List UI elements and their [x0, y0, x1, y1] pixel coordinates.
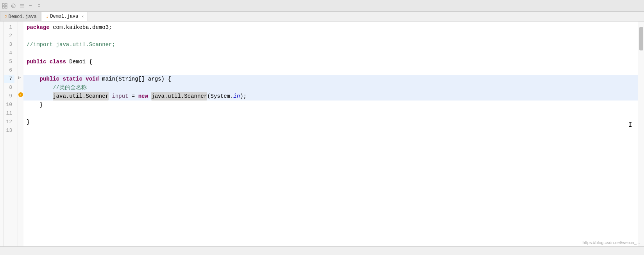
- scroll-indicator: [639, 27, 643, 50]
- tab-label-active: Demo1.java: [50, 14, 78, 19]
- gutter-slot-2: [18, 30, 23, 39]
- code-line-13: [23, 126, 638, 135]
- token: public: [27, 57, 50, 66]
- right-gutter: [638, 22, 644, 246]
- maximize-button[interactable]: □: [36, 3, 42, 9]
- svg-rect-0: [2, 4, 4, 5]
- icon-3: [19, 3, 25, 9]
- code-line-7: public static void main(String[] args) {: [23, 75, 638, 83]
- code-line-12: }: [23, 118, 638, 126]
- svg-rect-1: [5, 4, 7, 5]
- token: }: [27, 118, 30, 126]
- text-cursor: I: [628, 121, 632, 128]
- line-number-11: 11: [4, 109, 14, 118]
- token: in: [233, 92, 240, 101]
- line-number-3: 3: [4, 40, 14, 49]
- gutter-slot-9: !: [18, 90, 23, 99]
- gutter-slot-5: [18, 56, 23, 65]
- gutter-slot-1: [18, 22, 23, 30]
- token: java.util.Scanner: [151, 92, 207, 101]
- icon-1: [2, 3, 8, 9]
- code-line-6: [23, 66, 638, 75]
- gutter-slot-8: [18, 82, 23, 90]
- tab-demo1-active[interactable]: J Demo1.java ✕: [42, 12, 88, 21]
- gutter-slot-3: [18, 39, 23, 47]
- tab-java-icon-active: J: [46, 14, 49, 19]
- token: [27, 75, 40, 83]
- token: //类的全名称: [27, 83, 87, 92]
- gutter-slot-10: [18, 99, 23, 108]
- gutter-slot-11: [18, 108, 23, 116]
- token: java.util.Scanner: [53, 92, 109, 101]
- status-bar: [0, 246, 644, 255]
- token: com.kaikeba.demo3;: [53, 23, 112, 32]
- line-number-1: 1: [4, 23, 14, 32]
- gutter-slot-13: [18, 125, 23, 133]
- gutter-slot-4: [18, 47, 23, 56]
- code-line-5: public class Demo1 {: [23, 57, 638, 66]
- line-number-6: 6: [4, 66, 14, 75]
- line-number-5: 5: [4, 57, 14, 66]
- token: [27, 92, 53, 101]
- token: input: [112, 92, 128, 101]
- token: [109, 92, 112, 101]
- tab-label: Demo1.java: [9, 14, 37, 20]
- gutter-slot-6: [18, 65, 23, 73]
- line-number-4: 4: [4, 49, 14, 57]
- line-number-2: 2: [4, 32, 14, 40]
- svg-rect-2: [2, 6, 4, 8]
- token: //import java.util.Scanner;: [27, 40, 115, 49]
- text-cursor-inline: [87, 85, 87, 90]
- tab-close-button[interactable]: ✕: [81, 14, 84, 19]
- title-bar: ↻ — □: [0, 0, 644, 12]
- left-margin: [0, 22, 4, 246]
- tab-java-icon: J: [4, 14, 7, 19]
- code-line-1: package com.kaikeba.demo3;: [23, 23, 638, 32]
- code-line-10: }: [23, 101, 638, 109]
- token: package: [27, 23, 53, 32]
- token: static: [63, 75, 86, 83]
- code-line-2: [23, 32, 638, 40]
- tab-demo1-first[interactable]: J Demo1.java: [0, 12, 41, 21]
- svg-text:↻: ↻: [13, 4, 14, 8]
- token: new: [138, 92, 152, 101]
- token: class: [50, 57, 69, 66]
- editor-area: 12345678910111213 ▷! package com.kaikeba…: [0, 22, 644, 246]
- watermark: https://blog.csdn.net/weixin_...: [583, 240, 640, 245]
- code-line-9: java.util.Scanner input = new java.util.…: [23, 92, 638, 101]
- code-line-4: [23, 49, 638, 57]
- line-numbers: 12345678910111213: [4, 22, 18, 246]
- token: void: [86, 75, 102, 83]
- token: =: [128, 92, 138, 101]
- token: }: [27, 101, 43, 109]
- token: main(String[] args) {: [102, 75, 171, 83]
- svg-rect-3: [5, 6, 7, 8]
- icon-2[interactable]: ↻: [10, 3, 16, 9]
- code-line-11: [23, 109, 638, 118]
- line-number-13: 13: [4, 126, 14, 135]
- line-number-9: 9: [4, 92, 14, 101]
- gutter-slot-12: [18, 116, 23, 125]
- warning-marker-9: !: [18, 92, 23, 97]
- code-line-3: //import java.util.Scanner;: [23, 40, 638, 49]
- token: Demo1 {: [69, 57, 92, 66]
- line-number-8: 8: [4, 83, 14, 92]
- token: public: [40, 75, 63, 83]
- gutter-slot-7: ▷: [18, 73, 23, 82]
- line-number-10: 10: [4, 101, 14, 109]
- title-bar-icons: ↻ — □: [2, 3, 42, 9]
- minimize-button[interactable]: —: [27, 3, 34, 9]
- token: );: [240, 92, 247, 101]
- token: (System.: [207, 92, 233, 101]
- code-content[interactable]: package com.kaikeba.demo3;//import java.…: [23, 22, 638, 246]
- tab-bar: J Demo1.java J Demo1.java ✕: [0, 12, 644, 22]
- line-number-12: 12: [4, 118, 14, 126]
- code-line-8: //类的全名称: [23, 83, 638, 92]
- gutter: ▷!: [18, 22, 23, 246]
- line-number-7: 7: [4, 75, 14, 83]
- run-icon-7[interactable]: ▷: [18, 75, 23, 80]
